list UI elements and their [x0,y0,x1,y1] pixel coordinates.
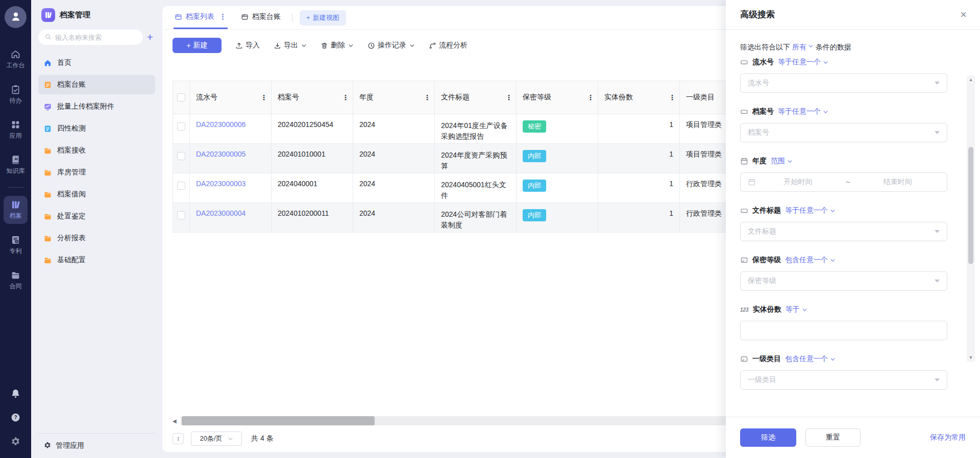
filter-field-1: 档案号等于任意一个档案号 [740,107,947,142]
sidebar-item-ledger-1[interactable]: 档案台账 [38,75,155,94]
end-date-input[interactable]: 结束时间 [855,177,940,187]
plus-icon: + [306,14,310,21]
row-checkbox[interactable] [177,211,185,219]
sidebar-item-label: 档案接收 [57,146,86,155]
field-operator-select[interactable]: 等于任意一个 [778,58,828,67]
field-label-row: 保密等级包含任意一个 [740,255,947,265]
sidebar-item-folder-6[interactable]: 档案借阅 [38,185,155,204]
manage-apps-button[interactable]: 管理应用 [38,433,155,458]
rail-item-apps[interactable]: 应用 [4,116,28,144]
export-button[interactable]: 导出 [274,41,307,50]
row-checkbox[interactable] [177,182,185,190]
field-operator-select[interactable]: 包含任意一个 [785,256,836,265]
field-select-input[interactable]: 流水号 [740,73,947,93]
archive-link[interactable]: DA2023000006 [196,120,246,129]
field-operator-select[interactable]: 等于任意一个 [785,206,836,215]
column-menu-dots-icon[interactable]: ⋮ [587,93,594,101]
field-operator-select[interactable]: 包含任意一个 [785,354,836,364]
trash-icon [321,42,328,49]
sidebar-item-folder-8[interactable]: 分析报表 [38,228,155,248]
panel-scroll-thumb[interactable] [968,147,973,264]
field-label-row: 文件标题等于任意一个 [740,206,947,216]
sidebar-item-upload-chart-2[interactable]: 批量上传档案附件 [38,97,155,116]
folder-icon [43,234,52,243]
field-operator-select[interactable]: 等于任意一个 [778,107,828,116]
delete-button[interactable]: 删除 [321,41,354,50]
rail-item-knowledge[interactable]: AI知识库 [4,151,28,179]
page-size-select[interactable]: 20条/页 [191,431,242,446]
hscroll-track[interactable] [181,416,726,425]
sidebar-item-label: 批量上传档案附件 [57,102,114,111]
select-all-checkbox[interactable] [177,93,185,101]
export-label: 导出 [284,41,298,50]
rail-item-contract[interactable]: 合同 [4,266,28,294]
column-menu-dots-icon[interactable]: ⋮ [260,93,267,101]
column-menu-dots-icon[interactable]: ⋮ [669,93,675,101]
archive-link[interactable]: DA2023000003 [196,180,246,188]
archive-link[interactable]: DA2023000005 [196,150,246,158]
column-menu-dots-icon[interactable]: ⋮ [505,93,512,101]
column-menu-dots-icon[interactable]: ⋮ [424,93,430,101]
hscroll-thumb[interactable] [182,416,375,425]
scroll-left-arrow-icon[interactable]: ◀ [173,418,181,424]
sidebar-item-folder-7[interactable]: 处置鉴定 [38,207,155,226]
help-icon[interactable]: ? [10,412,21,423]
archive-link[interactable]: DA2023000004 [196,209,246,217]
flow-analysis-button[interactable]: 流程分析 [429,41,468,50]
sidebar-item-folder-4[interactable]: 档案接收 [38,141,155,160]
panel-scrollbar[interactable]: ▲ ▼ [967,75,975,362]
security-level-badge: 内部 [523,180,546,192]
rail-item-todo[interactable]: 待办 [4,81,28,109]
field-daterange-input[interactable]: 开始时间~结束时间 [740,172,947,192]
bell-icon[interactable] [10,388,21,399]
user-avatar[interactable] [5,6,27,28]
field-select-input[interactable]: 一级类目 [740,370,947,390]
total-count: 共 4 条 [251,434,274,443]
field-select-input[interactable]: 保密等级 [740,271,947,291]
tab-archive-ledger[interactable]: 档案台账 [240,6,282,29]
import-button[interactable]: 导入 [235,41,260,50]
sidebar-add-button[interactable]: + [147,32,155,43]
sidebar-item-folder-9[interactable]: 基础配置 [38,250,155,270]
tab-archive-list[interactable]: 档案列表 ⋮ [174,6,228,29]
cell-checkbox [173,144,190,173]
filter-button[interactable]: 筛选 [740,428,796,447]
new-record-button[interactable]: + 新建 [173,38,222,53]
reset-button[interactable]: 重置 [805,428,861,447]
scroll-down-arrow-icon[interactable]: ▼ [969,353,973,362]
table-row: DA20230000062024020125045420242024年01度生产… [173,114,726,144]
scroll-up-arrow-icon[interactable]: ▲ [969,75,973,84]
row-checkbox[interactable] [177,152,185,160]
sidebar-search-input[interactable] [55,34,137,41]
field-label: 文件标题 [752,206,781,215]
column-label: 保密等级 [523,93,551,102]
sidebar-item-doc-3[interactable]: 四性检测 [38,119,155,138]
rail-item-patent[interactable]: 专利 [4,231,28,259]
field-operator-select[interactable]: 等于 [786,305,807,314]
condition-operator-select[interactable]: 所有 [792,43,814,51]
row-height-icon[interactable]: ↕ [173,433,184,444]
field-select-input[interactable]: 文件标题 [740,222,947,241]
rail-item-archive[interactable]: 档案 [4,196,28,224]
rail-item-workbench[interactable]: 工作台 [4,45,28,73]
history-button[interactable]: 操作记录 [368,41,415,50]
field-operator-select[interactable]: 范围 [771,157,793,166]
row-checkbox[interactable] [177,122,185,131]
filter-field-4: 保密等级包含任意一个保密等级 [740,255,947,291]
new-view-button[interactable]: + 新建视图 [300,10,346,26]
field-number-input[interactable] [740,321,947,340]
header-cell: 年度⋮ [353,81,435,114]
start-date-input[interactable]: 开始时间 [756,177,840,187]
sidebar-item-home-0[interactable]: 首页 [38,53,155,72]
sidebar-search[interactable] [38,30,143,45]
save-as-common-link[interactable]: 保存为常用 [930,433,966,442]
tab-menu-dots-icon[interactable]: ⋮ [219,12,227,21]
sidebar-item-folder-5[interactable]: 库房管理 [38,163,155,182]
field-select-input[interactable]: 档案号 [740,123,947,142]
column-menu-dots-icon[interactable]: ⋮ [342,93,349,101]
cell-checkbox [173,203,190,233]
gear-icon[interactable] [10,436,21,447]
number-input[interactable] [748,326,940,335]
panel-footer: 筛选 重置 保存为常用 [726,417,980,458]
close-icon[interactable]: × [960,9,967,20]
